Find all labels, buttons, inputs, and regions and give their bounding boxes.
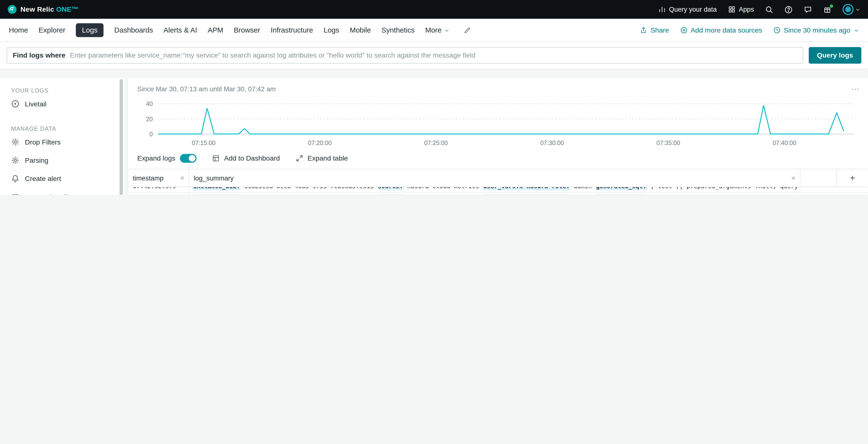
help-icon (784, 5, 793, 13)
apps-link[interactable]: Apps (727, 6, 754, 13)
nav-more-menu[interactable]: More (425, 26, 449, 34)
user-menu[interactable] (842, 4, 860, 15)
manage-data-section-title: MANAGE DATA (11, 125, 125, 132)
nav-item-logs-active[interactable]: Logs (76, 23, 104, 37)
column-header-spacer (801, 169, 837, 187)
log-attribute-value: hasura-cloud-metrics (404, 187, 483, 190)
chevron-down-icon (854, 27, 859, 33)
search-icon (765, 5, 773, 13)
add-data-sources-button[interactable]: Add more data sources (680, 26, 762, 34)
log-attribute-key: instance_uid: (193, 194, 241, 195)
log-attribute-value: ["test",{"prepared_arguments":null,"quer… (647, 187, 801, 190)
add-column-button[interactable]: + (837, 169, 868, 187)
log-timestamp-cell: 07:42:52.979 (128, 193, 189, 195)
search-button[interactable] (765, 5, 773, 13)
content-area: YOUR LOGS Livetail MANAGE DATA Drop Filt… (0, 78, 868, 195)
log-attribute-key: user_vars.x-hasura-role: (483, 194, 570, 195)
expand-logs-label: Expand logs (137, 155, 175, 162)
log-timestamp-cell: 07:42:52.979 (128, 187, 189, 192)
time-range-picker[interactable]: Since 30 minutes ago (773, 26, 859, 34)
log-query-bar: Find logs where Enter parameters like se… (0, 42, 868, 69)
find-logs-input[interactable]: Find logs where Enter parameters like se… (6, 47, 803, 64)
nav-item-apm[interactable]: APM (208, 26, 223, 34)
nav-item-synthetics[interactable]: Synthetics (381, 26, 415, 34)
sidebar-item-drop-filters[interactable]: Drop Filters (0, 133, 125, 151)
nav-item-logs[interactable]: Logs (323, 26, 339, 34)
apps-grid-icon (727, 6, 735, 13)
notification-dot (830, 4, 833, 7)
log-summary-cell: instance_uid: 51a25c5a-8cc6-40a5-9755-7c… (189, 187, 801, 192)
log-attribute-value: admin (570, 187, 595, 190)
log-attribute-key: user_vars.x-hasura-role: (483, 187, 570, 190)
share-button[interactable]: Share (640, 26, 669, 34)
help-button[interactable] (784, 5, 793, 13)
svg-text:07:30:00: 07:30:00 (540, 139, 564, 146)
query-your-data-label: Query your data (669, 6, 717, 13)
nav-actions: Share Add more data sources Since 30 min… (640, 26, 859, 34)
log-attribute-value: 51a25c5a-8cc6-40a5-9755-7cb55a5fc313 (241, 187, 377, 190)
nav-item-mobile[interactable]: Mobile (350, 26, 371, 34)
remove-column-icon[interactable]: × (791, 175, 795, 182)
avatar (842, 4, 854, 15)
nav-item-dashboards[interactable]: Dashboards (114, 26, 153, 34)
column-header-log-summary[interactable]: log_summary × (189, 169, 801, 187)
nav-item-home[interactable]: Home (9, 26, 28, 34)
toggle-knob (189, 155, 195, 161)
table-row[interactable]: 07:42:52.979instance_uid: 51a25c5a-8cc6-… (128, 193, 868, 195)
chart-header: Since Mar 30, 07:13 am until Mar 30, 07:… (128, 78, 868, 95)
gear-icon (11, 138, 20, 146)
share-icon (640, 27, 647, 34)
brand[interactable]: New Relic ONE™ (8, 5, 79, 14)
column-header-timestamp[interactable]: timestamp × (128, 169, 189, 187)
main-nav: Home Explorer Logs Dashboards Alerts & A… (0, 19, 868, 42)
topbar-actions: Query your data Apps (658, 4, 860, 15)
table-row[interactable]: 07:42:52.979instance_uid: 51a25c5a-8cc6-… (128, 187, 868, 193)
sidebar-item-create-drop-filter[interactable]: Create drop filter (0, 188, 125, 195)
expand-table-button[interactable]: Expand table (295, 155, 348, 162)
create-alert-label: Create alert (25, 175, 61, 182)
edit-nav-icon[interactable] (463, 26, 471, 34)
logs-main-panel: Since Mar 30, 07:13 am until Mar 30, 07:… (128, 78, 868, 195)
nav-item-browser[interactable]: Browser (234, 26, 260, 34)
chart-menu-button[interactable]: ⋯ (851, 85, 859, 93)
your-logs-section-title: YOUR LOGS (11, 87, 125, 94)
expand-logs-toggle[interactable] (180, 154, 196, 163)
top-bar: New Relic ONE™ Query your data Apps (0, 0, 868, 19)
sidebar-item-parsing[interactable]: Parsing (0, 151, 125, 169)
nav-item-infrastructure[interactable]: Infrastructure (271, 26, 313, 34)
notifications-button[interactable] (823, 5, 831, 13)
chart-svg: 0204007:15:0007:20:0007:25:0007:30:0007:… (137, 96, 859, 149)
log-attribute-key: generated_sql: (595, 187, 647, 190)
svg-text:07:20:00: 07:20:00 (308, 139, 332, 146)
sidebar-scrollbar[interactable] (120, 79, 123, 195)
nav-item-explorer[interactable]: Explorer (39, 26, 65, 34)
find-logs-label: Find logs where (12, 52, 65, 59)
livetail-label: Livetail (25, 100, 46, 107)
add-data-sources-label: Add more data sources (690, 26, 762, 34)
add-to-dashboard-icon (212, 155, 220, 162)
svg-text:07:35:00: 07:35:00 (656, 139, 680, 146)
query-your-data-link[interactable]: Query your data (658, 6, 717, 13)
row-spacer-cell (801, 187, 868, 192)
gear-icon (11, 156, 20, 164)
query-logs-button[interactable]: Query logs (808, 47, 861, 64)
newrelic-logo-icon (8, 5, 17, 14)
expand-logs-control[interactable]: Expand logs (137, 154, 196, 163)
expand-table-icon (295, 155, 303, 162)
add-to-dashboard-button[interactable]: Add to Dashboard (212, 155, 280, 162)
remove-column-icon[interactable]: × (180, 175, 184, 182)
sidebar-item-livetail[interactable]: Livetail (0, 95, 125, 113)
nav-item-alerts-ai[interactable]: Alerts & AI (163, 26, 197, 34)
nav-more-label: More (425, 26, 442, 34)
share-label: Share (651, 26, 669, 34)
apps-label: Apps (739, 6, 754, 13)
filter-icon (11, 193, 20, 195)
feedback-button[interactable] (804, 5, 812, 13)
log-summary-column-label: log_summary (194, 174, 234, 182)
sidebar-item-create-alert[interactable]: Create alert (0, 169, 125, 188)
time-range-summary: Since Mar 30, 07:13 am until Mar 30, 07:… (137, 85, 276, 93)
timestamp-column-label: timestamp (133, 174, 163, 182)
log-rows-container: 07:42:52.979instance_uid: 51a25c5a-8cc6-… (128, 187, 868, 195)
feedback-icon (804, 5, 812, 13)
drop-filters-label: Drop Filters (25, 138, 61, 146)
